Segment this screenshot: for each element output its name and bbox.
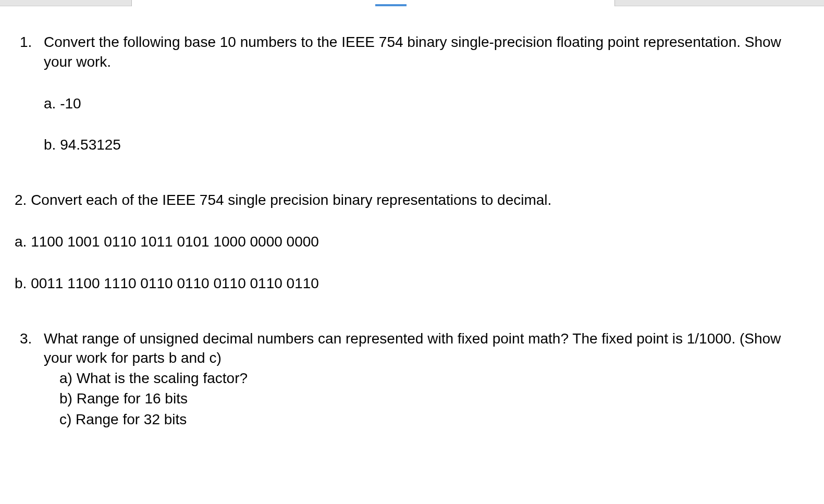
ruler-segment xyxy=(131,0,615,6)
question-3-sub-b: b) Range for 16 bits xyxy=(59,388,809,409)
question-1-text: Convert the following base 10 numbers to… xyxy=(44,32,809,72)
question-3-sub-c: c) Range for 32 bits xyxy=(59,409,809,429)
question-3: 3. What range of unsigned decimal number… xyxy=(15,329,809,429)
question-1-number: 1. xyxy=(15,32,44,72)
question-3-prompt: 3. What range of unsigned decimal number… xyxy=(15,329,809,368)
question-1-subparts: a. -10 b. 94.53125 xyxy=(15,94,809,155)
ruler-highlight xyxy=(375,4,407,6)
question-1-sub-a: a. -10 xyxy=(44,94,809,114)
question-1-prompt: 1. Convert the following base 10 numbers… xyxy=(15,32,809,72)
question-2: 2. Convert each of the IEEE 754 single p… xyxy=(15,190,809,293)
question-3-subparts: a) What is the scaling factor? b) Range … xyxy=(15,368,809,429)
question-3-sub-a: a) What is the scaling factor? xyxy=(59,368,809,388)
question-2-sub-a: a. 1100 1001 0110 1011 0101 1000 0000 00… xyxy=(15,232,809,252)
top-ruler-bar xyxy=(0,0,824,6)
question-1-sub-b: b. 94.53125 xyxy=(44,135,809,155)
question-2-sub-b: b. 0011 1100 1110 0110 0110 0110 0110 01… xyxy=(15,274,809,293)
question-1: 1. Convert the following base 10 numbers… xyxy=(15,32,809,155)
document-content: 1. Convert the following base 10 numbers… xyxy=(0,6,824,429)
question-3-number: 3. xyxy=(15,329,44,368)
question-3-text: What range of unsigned decimal numbers c… xyxy=(44,329,809,368)
question-2-prompt: 2. Convert each of the IEEE 754 single p… xyxy=(15,190,809,210)
